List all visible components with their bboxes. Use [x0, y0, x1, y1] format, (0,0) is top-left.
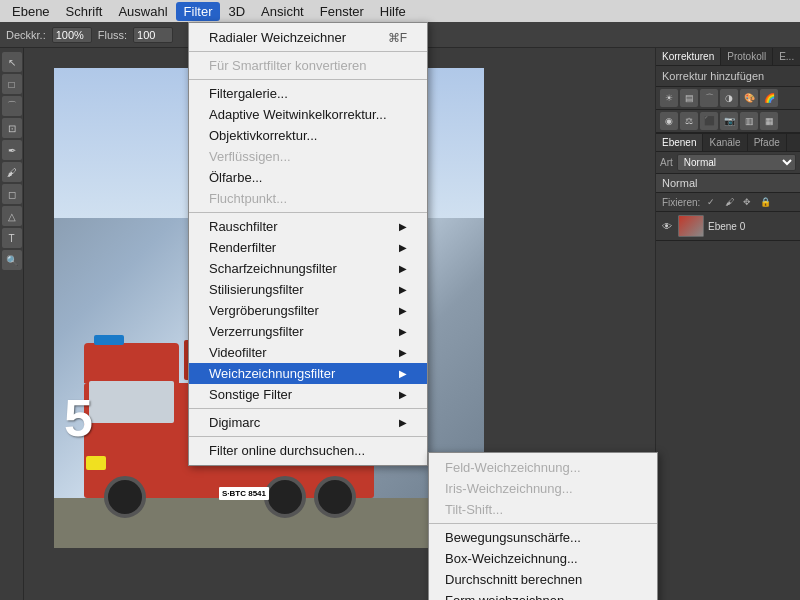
weich-feld: Feld-Weichzeichnung...	[429, 457, 657, 478]
menubar-item-ansicht[interactable]: Ansicht	[253, 2, 312, 21]
korr-icon-levels[interactable]: ▤	[680, 89, 698, 107]
filter-menu-rausch[interactable]: Rauschfilter ▶	[189, 216, 427, 237]
weich-bewegung[interactable]: Bewegungsunschärfe...	[429, 527, 657, 548]
korrekturen-header: Korrektur hinzufügen	[656, 66, 800, 87]
sep3	[189, 212, 427, 213]
normal-badge: Normal	[656, 174, 800, 193]
tool-shape[interactable]: △	[2, 206, 22, 226]
tab-korrekturen[interactable]: Korrekturen	[656, 48, 721, 65]
fixieren-icon-move[interactable]: ✥	[740, 195, 754, 209]
filter-menu-objektiv[interactable]: Objektivkorrektur...	[189, 125, 427, 146]
filter-menu-render[interactable]: Renderfilter ▶	[189, 237, 427, 258]
tab-pfade[interactable]: Pfade	[748, 134, 787, 151]
filter-menu-smartfilter: Für Smartfilter konvertieren	[189, 55, 427, 76]
arrow-stilisier: ▶	[399, 284, 407, 295]
fixieren-row: Fixieren: ✓ 🖌 ✥ 🔒	[656, 193, 800, 212]
filter-menu-online[interactable]: Filter online durchsuchen...	[189, 440, 427, 461]
fluss-input[interactable]	[133, 27, 173, 43]
wheel-rear1	[264, 476, 306, 518]
filter-menu-weitwinkel[interactable]: Adaptive Weitwinkelkorrektur...	[189, 104, 427, 125]
menubar-item-fenster[interactable]: Fenster	[312, 2, 372, 21]
fixieren-icon-brush[interactable]: 🖌	[722, 195, 736, 209]
tool-brush[interactable]: 🖌	[2, 162, 22, 182]
filter-menu-fluchtpunkt: Fluchtpunkt...	[189, 188, 427, 209]
layer-eye-icon[interactable]: 👁	[660, 219, 674, 233]
filter-menu-scharf[interactable]: Scharfzeichnungsfilter ▶	[189, 258, 427, 279]
tab-ebenen[interactable]: Ebenen	[656, 134, 703, 151]
korr-icon-color[interactable]: 🌈	[760, 89, 778, 107]
filter-menu-sonstig[interactable]: Sonstige Filter ▶	[189, 384, 427, 405]
art-select[interactable]: Normal Multiplizieren	[677, 154, 796, 171]
tool-move[interactable]: ↖	[2, 52, 22, 72]
menubar-item-schrift[interactable]: Schrift	[58, 2, 111, 21]
truck-cab-top	[84, 343, 179, 383]
korrekturen-icons2: ◉ ⚖ ⬛ 📷 ▥ ▦	[656, 110, 800, 133]
filter-menu-video[interactable]: Videofilter ▶	[189, 342, 427, 363]
menubar-item-3d[interactable]: 3D	[220, 2, 253, 21]
arrow-scharf: ▶	[399, 263, 407, 274]
filter-menu-digimarc[interactable]: Digimarc ▶	[189, 412, 427, 433]
korr-icon-colorbalance[interactable]: ⚖	[680, 112, 698, 130]
layer-thumbnail	[678, 215, 704, 237]
korrekturen-tabs: Korrekturen Protokoll E...	[656, 48, 800, 66]
tab-kanaele[interactable]: Kanäle	[703, 134, 747, 151]
tool-select[interactable]: □	[2, 74, 22, 94]
filter-menu-verzerr[interactable]: Verzerrungsfilter ▶	[189, 321, 427, 342]
tool-eyedropper[interactable]: ✒	[2, 140, 22, 160]
deckkraft-input[interactable]	[52, 27, 92, 43]
korr-icon-vibrance[interactable]: ◉	[660, 112, 678, 130]
korr-icon-bw[interactable]: ⬛	[700, 112, 718, 130]
wheel-rear2	[314, 476, 356, 518]
fixieren-icon-check[interactable]: ✓	[704, 195, 718, 209]
tool-eraser[interactable]: ◻	[2, 184, 22, 204]
filter-menu-stilisier[interactable]: Stilisierungsfilter ▶	[189, 279, 427, 300]
layer-name: Ebene 0	[708, 221, 796, 232]
fixieren-label: Fixieren:	[662, 197, 700, 208]
shortcut-radialer: ⌘F	[388, 31, 407, 45]
right-panel: Korrekturen Protokoll E... Korrektur hin…	[655, 48, 800, 600]
tab-extra[interactable]: E...	[773, 48, 800, 65]
menubar-item-ebene[interactable]: Ebene	[4, 2, 58, 21]
tool-zoom[interactable]: 🔍	[2, 250, 22, 270]
filter-menu-weich[interactable]: Weichzeichnungsfilter ▶	[189, 363, 427, 384]
filter-menu: Radialer Weichzeichner ⌘F Für Smartfilte…	[188, 22, 428, 466]
tab-protokoll[interactable]: Protokoll	[721, 48, 773, 65]
weich-sep1	[429, 523, 657, 524]
filter-menu-verfluessigen: Verflüssigen...	[189, 146, 427, 167]
wheel-front	[104, 476, 146, 518]
korr-icon-curves[interactable]: ⌒	[700, 89, 718, 107]
tool-text[interactable]: T	[2, 228, 22, 248]
menubar: Ebene Schrift Auswahl Filter 3D Ansicht …	[0, 0, 800, 22]
filter-menu-vergrob[interactable]: Vergröberungsfilter ▶	[189, 300, 427, 321]
sep2	[189, 79, 427, 80]
menubar-item-auswahl[interactable]: Auswahl	[110, 2, 175, 21]
tool-lasso[interactable]: ⌒	[2, 96, 22, 116]
filter-menu-oelfarbe[interactable]: Ölfarbe...	[189, 167, 427, 188]
korr-icon-channel[interactable]: ▥	[740, 112, 758, 130]
arrow-digimarc: ▶	[399, 417, 407, 428]
tool-crop[interactable]: ⊡	[2, 118, 22, 138]
art-label: Art	[660, 157, 673, 168]
korr-icon-gradient[interactable]: ▦	[760, 112, 778, 130]
ebenen-tabs: Ebenen Kanäle Pfade	[656, 134, 800, 152]
weich-submenu: Feld-Weichzeichnung... Iris-Weichzeichnu…	[428, 452, 658, 600]
korr-icon-photo[interactable]: 📷	[720, 112, 738, 130]
korr-icon-hue[interactable]: 🎨	[740, 89, 758, 107]
menubar-item-hilfe[interactable]: Hilfe	[372, 2, 414, 21]
filter-menu-filtergalerie[interactable]: Filtergalerie...	[189, 83, 427, 104]
menubar-item-filter[interactable]: Filter	[176, 2, 221, 21]
fixieren-icon-lock[interactable]: 🔒	[758, 195, 772, 209]
filter-menu-radialer[interactable]: Radialer Weichzeichner ⌘F	[189, 27, 427, 48]
korr-icon-exposure[interactable]: ◑	[720, 89, 738, 107]
weich-durchschnitt[interactable]: Durchschnitt berechnen	[429, 569, 657, 590]
korr-icon-brightness[interactable]: ☀	[660, 89, 678, 107]
layer-row-ebene0[interactable]: 👁 Ebene 0	[656, 212, 800, 241]
deckkraft-label: Deckkr.:	[6, 29, 46, 41]
weich-box[interactable]: Box-Weichzeichnung...	[429, 548, 657, 569]
sep4	[189, 408, 427, 409]
arrow-verzerr: ▶	[399, 326, 407, 337]
arrow-sonstig: ▶	[399, 389, 407, 400]
weich-form[interactable]: Form weichzeichnen...	[429, 590, 657, 600]
arrow-vergrob: ▶	[399, 305, 407, 316]
arrow-render: ▶	[399, 242, 407, 253]
